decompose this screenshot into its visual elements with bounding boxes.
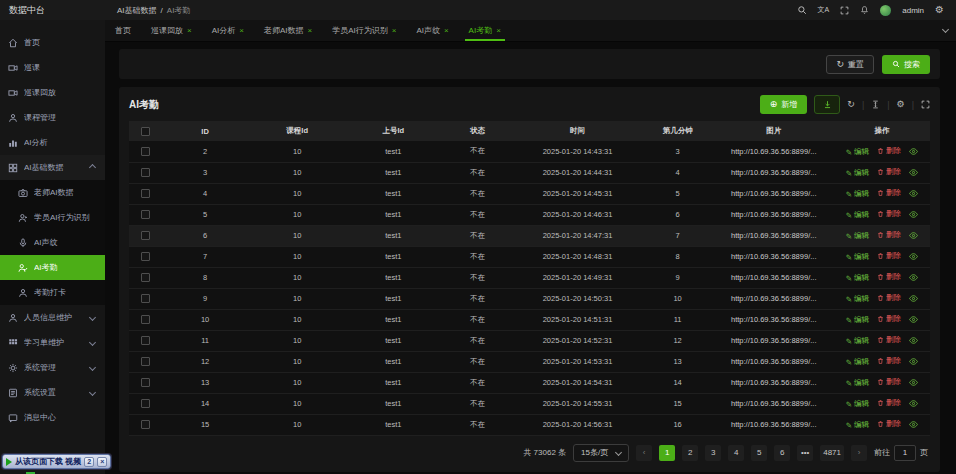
row-checkbox[interactable] <box>141 294 150 303</box>
reset-button[interactable]: ↻ 重置 <box>826 55 874 74</box>
page-button[interactable]: ••• <box>797 445 813 461</box>
sidebar-item-patrol-playback[interactable]: 巡课回放 <box>0 80 105 105</box>
close-icon[interactable]: × <box>307 26 312 35</box>
delete-button[interactable]: 删除 <box>877 356 901 366</box>
column-header-status[interactable]: 状态 <box>441 121 513 141</box>
density-icon[interactable] <box>871 100 880 109</box>
page-button[interactable]: 5 <box>751 445 767 461</box>
delete-button[interactable]: 删除 <box>877 419 901 429</box>
translate-icon[interactable]: 文A <box>818 5 830 15</box>
preview-eye-button[interactable] <box>909 295 918 302</box>
extension-count-badge[interactable]: 2 <box>84 457 94 467</box>
delete-button[interactable]: 删除 <box>877 167 901 177</box>
preview-eye-button[interactable] <box>909 169 918 176</box>
select-all-checkbox[interactable] <box>141 127 150 136</box>
tab-ai-analysis[interactable]: AI分析× <box>202 20 254 41</box>
sidebar-item-student-ai-behavior[interactable]: 学员AI行为识别 <box>0 205 105 230</box>
preview-eye-button[interactable] <box>909 253 918 260</box>
delete-button[interactable]: 删除 <box>877 314 901 324</box>
sidebar-item-study-sheet[interactable]: 学习单维护 <box>0 330 105 355</box>
column-header-minute[interactable]: 第几分钟 <box>642 121 714 141</box>
close-icon[interactable]: × <box>496 26 501 35</box>
picture-link[interactable]: http://10.69.36.56:8899/... <box>714 414 834 435</box>
breadcrumb-parent[interactable]: AI基础数据 <box>117 5 157 16</box>
sidebar-item-teacher-ai-data[interactable]: 老师AI数据 <box>0 180 105 205</box>
row-checkbox[interactable] <box>141 315 150 324</box>
extension-close-button[interactable]: × <box>97 457 107 467</box>
row-checkbox[interactable] <box>141 252 150 261</box>
row-checkbox[interactable] <box>141 189 150 198</box>
add-button[interactable]: ⊕ 新增 <box>760 95 808 114</box>
sidebar-item-system-settings[interactable]: 系统设置 <box>0 380 105 405</box>
column-header-course-id[interactable]: 课程Id <box>249 121 345 141</box>
video-download-extension-bar[interactable]: 从该页面下载 视频 2 × <box>2 454 111 469</box>
picture-link[interactable]: http://10.69.36.56:8899/... <box>714 246 834 267</box>
preview-eye-button[interactable] <box>909 337 918 344</box>
delete-button[interactable]: 删除 <box>877 398 901 408</box>
sidebar-item-attendance-punch[interactable]: 考勤打卡 <box>0 280 105 305</box>
sidebar-item-ai-analysis[interactable]: AI分析 <box>0 130 105 155</box>
picture-link[interactable]: http://10.69.36.56:8899/... <box>714 183 834 204</box>
picture-link[interactable]: http://10.69.36.56:8899/... <box>714 372 834 393</box>
page-button[interactable]: 4 <box>728 445 744 461</box>
close-icon[interactable]: × <box>444 26 449 35</box>
preview-eye-button[interactable] <box>909 211 918 218</box>
search-icon[interactable] <box>797 5 807 15</box>
sidebar-item-system-mgmt[interactable]: 系统管理 <box>0 355 105 380</box>
row-checkbox[interactable] <box>141 168 150 177</box>
page-button[interactable]: 3 <box>705 445 721 461</box>
goto-page-input[interactable] <box>894 445 916 461</box>
picture-link[interactable]: http://10.69.36.56:8899/... <box>714 225 834 246</box>
preview-eye-button[interactable] <box>909 379 918 386</box>
sidebar-item-patrol[interactable]: 巡课 <box>0 55 105 80</box>
row-checkbox[interactable] <box>141 336 150 345</box>
delete-button[interactable]: 删除 <box>877 209 901 219</box>
row-checkbox[interactable] <box>141 357 150 366</box>
picture-link[interactable]: http://10.69.36.56:8899/... <box>714 351 834 372</box>
tab-ai-voiceprint[interactable]: AI声纹× <box>406 20 458 41</box>
preview-eye-button[interactable] <box>909 421 918 428</box>
row-checkbox[interactable] <box>141 420 150 429</box>
edit-button[interactable]: ✎编辑 <box>846 315 869 325</box>
edit-button[interactable]: ✎编辑 <box>846 336 869 346</box>
edit-button[interactable]: ✎编辑 <box>846 420 869 430</box>
edit-button[interactable]: ✎编辑 <box>846 147 869 157</box>
delete-button[interactable]: 删除 <box>877 188 901 198</box>
edit-button[interactable]: ✎编辑 <box>846 357 869 367</box>
edit-button[interactable]: ✎编辑 <box>846 273 869 283</box>
tabs-overflow-chevron-icon[interactable] <box>942 26 949 33</box>
preview-eye-button[interactable] <box>909 148 918 155</box>
page-button[interactable]: 1 <box>659 445 675 461</box>
edit-button[interactable]: ✎编辑 <box>846 399 869 409</box>
row-checkbox[interactable] <box>141 399 150 408</box>
preview-eye-button[interactable] <box>909 400 918 407</box>
sidebar-item-course-mgmt[interactable]: 课程管理 <box>0 105 105 130</box>
page-button[interactable]: 4871 <box>820 445 844 461</box>
picture-link[interactable]: http://10.69.36.56:8899/... <box>714 162 834 183</box>
next-page-button[interactable]: › <box>851 445 867 461</box>
column-header-actions[interactable]: 操作 <box>834 121 930 141</box>
picture-link[interactable]: http://10.69.36.56:8899/... <box>714 204 834 225</box>
fullscreen-icon[interactable] <box>921 100 930 109</box>
sidebar-item-message-center[interactable]: 消息中心 <box>0 405 105 430</box>
delete-button[interactable]: 删除 <box>877 230 901 240</box>
picture-link[interactable]: http://10.69.36.56:8899/... <box>714 141 834 162</box>
delete-button[interactable]: 删除 <box>877 146 901 156</box>
picture-link[interactable]: http://10.69.36.56:8899/... <box>714 288 834 309</box>
preview-eye-button[interactable] <box>909 190 918 197</box>
sidebar-item-ai-voiceprint[interactable]: AI声纹 <box>0 230 105 255</box>
column-header-time[interactable]: 时间 <box>513 121 641 141</box>
prev-page-button[interactable]: ‹ <box>636 445 652 461</box>
edit-button[interactable]: ✎编辑 <box>846 210 869 220</box>
delete-button[interactable]: 删除 <box>877 251 901 261</box>
tab-patrol-playback[interactable]: 巡课回放× <box>141 20 202 41</box>
delete-button[interactable]: 删除 <box>877 335 901 345</box>
close-icon[interactable]: × <box>187 26 192 35</box>
picture-link[interactable]: http://10.69.36.56:8899/... <box>714 393 834 414</box>
tab-ai-attendance[interactable]: AI考勤× <box>459 20 511 41</box>
row-checkbox[interactable] <box>141 273 150 282</box>
sidebar-item-home[interactable]: 首页 <box>0 30 105 55</box>
username[interactable]: admin <box>902 6 924 15</box>
sidebar-group-ai-base-data[interactable]: AI基础数据 <box>0 155 105 180</box>
row-checkbox[interactable] <box>141 231 150 240</box>
